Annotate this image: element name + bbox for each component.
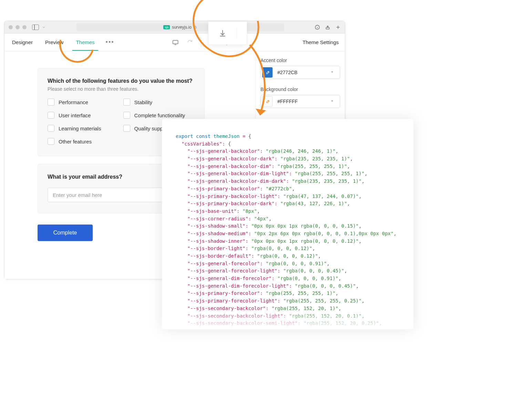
checkbox-option[interactable]: User interface [48, 112, 119, 119]
tab-preview[interactable]: Preview [44, 34, 65, 51]
question-description: Please select no more than three feature… [48, 86, 195, 92]
checkbox-option[interactable]: Performance [48, 99, 119, 106]
svg-marker-12 [331, 72, 333, 73]
checkbox-icon [123, 125, 130, 132]
share-icon[interactable] [325, 24, 330, 30]
color-swatch-icon [262, 96, 273, 107]
svg-rect-8 [173, 40, 178, 44]
checkbox-icon [48, 99, 54, 106]
checkbox-option[interactable]: Stability [123, 99, 195, 106]
maximize-window-icon[interactable] [22, 25, 27, 29]
url-host: surveyjs.io [172, 25, 192, 30]
download-icon[interactable] [218, 29, 227, 38]
minimize-window-icon[interactable] [16, 25, 20, 29]
svg-marker-13 [331, 101, 333, 102]
desktop-icon[interactable] [172, 39, 179, 46]
site-badge: sjs [163, 25, 170, 29]
checkbox-label: Complete functionality [134, 112, 185, 118]
chevron-down-icon [330, 98, 340, 104]
code-panel: export const themeJson = { "cssVariables… [162, 119, 413, 329]
background-color-picker[interactable]: #FFFFFF [260, 95, 340, 108]
checkbox-label: Other features [59, 139, 92, 145]
redo-icon[interactable] [186, 39, 193, 46]
more-tabs-icon[interactable]: ••• [106, 39, 114, 46]
code-block[interactable]: export const themeJson = { "cssVariables… [176, 133, 400, 329]
divider [237, 28, 237, 38]
chevron-down-icon[interactable] [42, 25, 46, 29]
tab-themes[interactable]: Themes [74, 34, 96, 51]
download-callout [193, 0, 262, 45]
checkbox-label: Stability [134, 99, 153, 105]
checkbox-icon [48, 112, 54, 119]
checkbox-option[interactable]: Complete functionality [123, 112, 195, 119]
theme-settings-label: Theme Settings [303, 39, 339, 45]
browser-titlebar: sjs surveyjs.io [4, 21, 345, 33]
sidebar-toggle-icon[interactable] [32, 24, 39, 30]
checkbox-label: Performance [59, 99, 88, 105]
chevron-down-icon [330, 69, 340, 76]
checkbox-icon [123, 112, 130, 119]
checkbox-label: User interface [59, 112, 91, 118]
new-tab-icon[interactable] [335, 24, 341, 30]
checkbox-label: Learning materials [59, 126, 101, 131]
question-title: Which of the following features do you v… [48, 78, 195, 84]
background-color-value: #FFFFFF [274, 99, 330, 104]
checkbox-icon [48, 125, 54, 132]
complete-button[interactable]: Complete [38, 225, 93, 241]
accent-color-value: #2772CB [274, 70, 330, 75]
background-color-label: Background color [260, 87, 340, 92]
tab-designer[interactable]: Designer [11, 34, 34, 51]
close-window-icon[interactable] [9, 25, 13, 29]
accent-color-label: Accent color [260, 58, 340, 63]
color-swatch-icon [262, 67, 273, 78]
checkbox-option[interactable]: Learning materials [48, 125, 119, 132]
info-icon[interactable] [315, 24, 320, 30]
checkbox-icon [123, 99, 130, 106]
app-toolbar: Designer Preview Themes ••• Theme Settin… [4, 33, 345, 51]
accent-color-picker[interactable]: #2772CB [260, 66, 340, 79]
checkbox-icon [48, 138, 54, 145]
